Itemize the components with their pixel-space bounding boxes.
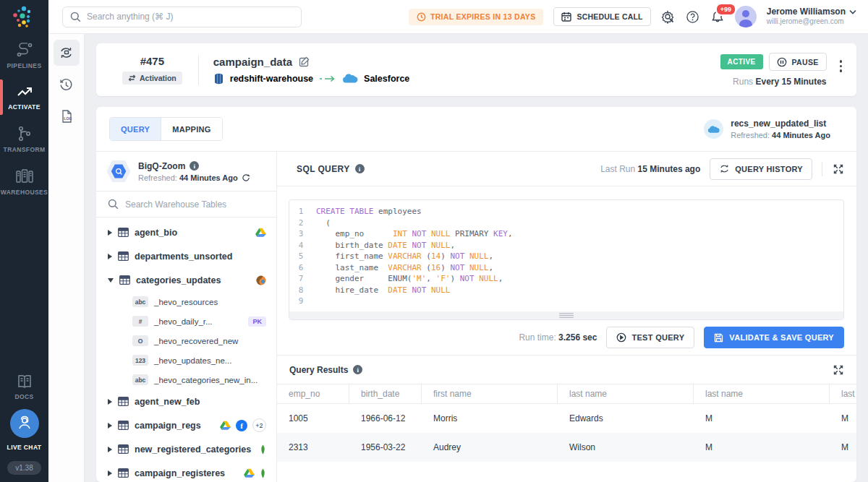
results-column-header[interactable]: last name (694, 384, 830, 403)
app-logo[interactable] (0, 0, 48, 34)
schedule-call-label: SCHEDULE CALL (576, 12, 642, 21)
results-row[interactable]: 10051966-06-12MorrisEdwardsMM (277, 404, 856, 433)
swap-arrows-icon (128, 74, 136, 82)
notifications-button[interactable]: +99 (710, 9, 725, 24)
caret-right-icon[interactable] (108, 399, 112, 405)
tab-mapping[interactable]: MAPPING (161, 118, 221, 140)
table-name: campaign_registeres (135, 468, 225, 478)
pause-icon (777, 57, 787, 67)
table-tree-item[interactable]: categories_updates (96, 268, 276, 292)
sidebar-item-label: WAREHOUSES (1, 189, 48, 196)
table-name: agent_bio (135, 228, 177, 238)
avatar[interactable] (735, 6, 757, 27)
results-column-header[interactable]: birth_date (349, 384, 422, 403)
table-tree-item[interactable]: agent_new_feb (96, 390, 276, 413)
caret-right-icon[interactable] (108, 254, 112, 259)
caret-right-icon[interactable] (108, 470, 112, 476)
schedule-call-button[interactable]: SCHEDULE CALL (553, 7, 650, 26)
history-view-button[interactable] (54, 72, 80, 98)
warehouse-table-search[interactable] (96, 191, 276, 218)
line-numbers: 123456789 (289, 206, 312, 311)
sql-code-editor[interactable]: 123456789 CREATE TABLE employees ( emp_n… (289, 199, 844, 320)
results-cell: Wilson (558, 433, 694, 462)
global-search[interactable] (62, 7, 302, 27)
user-menu[interactable]: Jerome Williamson willi.jerome@green.com (767, 7, 856, 27)
validate-save-query-button[interactable]: VALIDATE & SAVE QUERY (704, 327, 844, 348)
sidebar-item-warehouses[interactable]: WAREHOUSES (0, 160, 48, 203)
settings-button[interactable] (661, 9, 676, 24)
play-circle-icon (616, 332, 626, 343)
search-icon (108, 199, 119, 210)
line-number: 9 (289, 296, 312, 307)
sidebar-item-label: PIPELINES (7, 62, 41, 69)
refresh-icon[interactable] (242, 173, 250, 181)
sidebar-item-transform[interactable]: TRANSFORM (0, 118, 48, 160)
column-name: _hevo_recovered_new (154, 337, 238, 345)
table-tree-item[interactable]: new_registered_categories (96, 437, 276, 461)
tab-query[interactable]: QUERY (110, 118, 161, 140)
salesforce-icon (342, 73, 358, 84)
column-tree-item[interactable]: abc_hevo_resources (96, 292, 276, 311)
activation-view-button[interactable] (54, 40, 80, 66)
sidebar-item-docs[interactable]: DOCS (0, 366, 48, 408)
flow-arrow-icon (319, 75, 336, 82)
results-row[interactable]: 23131956-03-22AudreyWilsonMM (277, 433, 856, 462)
help-button[interactable] (686, 9, 700, 24)
sql-code[interactable]: CREATE TABLE employees ( emp_no INT NOT … (312, 206, 843, 311)
sql-panel: SQL QUERY i Last Run 15 Minutes ago (277, 152, 856, 482)
expand-query-button[interactable] (832, 163, 845, 176)
caret-down-icon[interactable] (108, 278, 114, 283)
info-icon[interactable]: i (355, 164, 365, 173)
info-icon[interactable]: i (190, 161, 199, 171)
table-grid-icon (118, 397, 129, 406)
globe-icon (256, 275, 266, 285)
caret-right-icon[interactable] (108, 423, 112, 429)
live-chat-button[interactable] (10, 409, 39, 438)
divider (198, 55, 199, 85)
table-source-badges (256, 275, 266, 285)
table-tree-item[interactable]: departments_unsorted (96, 244, 276, 268)
column-tree-item[interactable]: #_hevo_daily_r...PK (96, 311, 276, 331)
more-options-button[interactable] (837, 56, 846, 77)
code-line: first_name VARCHAR (14) NOT NULL, (316, 251, 843, 262)
search-input[interactable] (87, 12, 294, 22)
sidebar-item-activate[interactable]: ACTIVATE (0, 77, 48, 118)
test-query-button[interactable]: TEST QUERY (606, 327, 694, 348)
pause-button[interactable]: PAUSE (769, 53, 827, 71)
edit-icon[interactable] (299, 56, 310, 67)
resize-grip[interactable] (559, 313, 574, 318)
column-type-chip: 123 (132, 355, 148, 366)
warehouse-table-tree: agent_biodepartments_unsortedcategories_… (96, 218, 276, 482)
table-search-input[interactable] (125, 199, 265, 210)
caret-right-icon[interactable] (108, 447, 112, 452)
info-icon[interactable]: i (353, 365, 362, 374)
table-tree-item[interactable]: campaign_registeres (96, 461, 276, 482)
column-tree-item[interactable]: abc_hevo_categories_new_in... (96, 370, 276, 390)
column-type-chip: abc (132, 374, 148, 385)
column-type-chip: abc (132, 296, 148, 307)
table-grid-icon (118, 468, 129, 478)
trial-expiry-badge[interactable]: TRIAL EXPIRES IN 13 DAYS (409, 9, 544, 25)
column-tree-item[interactable]: 123_hevo_updates_ne... (96, 350, 276, 370)
primary-key-badge: PK (248, 317, 266, 327)
code-line: CREATE TABLE employees (316, 206, 843, 218)
svg-text:LOG: LOG (64, 116, 72, 121)
results-column-header[interactable]: last name (558, 384, 694, 403)
table-tree-item[interactable]: agent_bio (96, 220, 276, 244)
code-line: emp_no INT NOT NULL PRIMARY KEY, (316, 228, 843, 240)
table-tree-item[interactable]: campaign_regsf+2 (96, 413, 276, 437)
query-history-button[interactable]: QUERY HISTORY (710, 158, 812, 180)
caret-right-icon[interactable] (108, 230, 112, 236)
results-column-header[interactable]: emp_no (277, 384, 349, 403)
results-column-header[interactable]: last (830, 384, 856, 403)
log-view-button[interactable]: LOG (54, 103, 80, 129)
sidebar-item-pipelines[interactable]: PIPELINES (0, 34, 48, 77)
table-grid-icon (118, 228, 129, 237)
results-cell: 2313 (277, 433, 349, 462)
expand-results-button[interactable] (832, 363, 845, 376)
results-column-header[interactable]: first name (422, 384, 558, 403)
google-drive-icon (244, 468, 255, 478)
query-results-section: Query Results i (277, 355, 856, 482)
editor-scrollbar[interactable] (289, 311, 843, 319)
column-tree-item[interactable]: O_hevo_recovered_new (96, 331, 276, 350)
